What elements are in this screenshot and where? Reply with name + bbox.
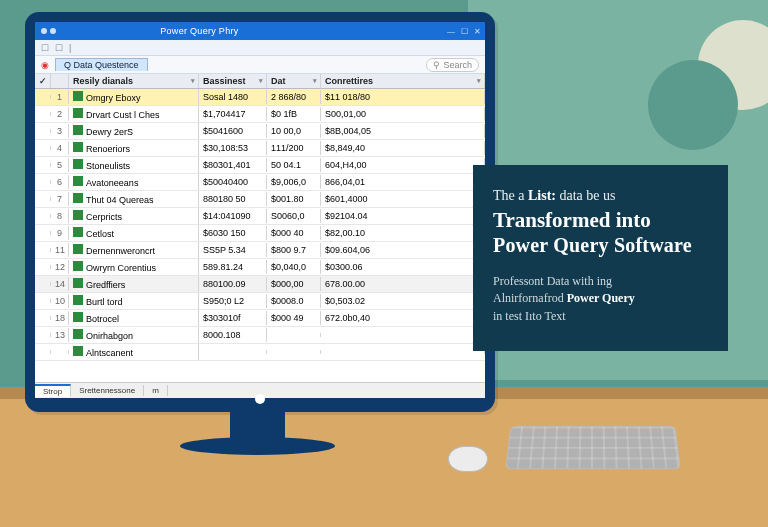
cell-name: Cerpricts bbox=[69, 208, 199, 224]
table-row[interactable]: 13Onirhabgon8000.108 bbox=[35, 327, 485, 344]
cell-b: $0,040,0 bbox=[267, 260, 321, 274]
chevron-down-icon[interactable]: ▾ bbox=[259, 77, 263, 85]
table-row[interactable]: 8Cerpricts$14:041090S0060,0$92104.04 bbox=[35, 208, 485, 225]
monitor: Power Query Phry — ☐ ✕ ☐ ☐ | ◉ Q Data Qu… bbox=[25, 12, 495, 412]
cell-b: $0008.0 bbox=[267, 294, 321, 308]
cell-b: $0 1fB bbox=[267, 107, 321, 121]
row-number: 14 bbox=[51, 277, 69, 291]
table-row[interactable]: 3Dewry 2erS$504160010 00,0$8B,004,05 bbox=[35, 123, 485, 140]
sheet-tab[interactable]: Strop bbox=[35, 384, 71, 397]
table-icon bbox=[73, 227, 83, 237]
toolbar: ☐ ☐ | bbox=[35, 40, 485, 56]
keyboard bbox=[505, 426, 680, 469]
table-icon bbox=[73, 159, 83, 169]
table-row[interactable]: 7Thut 04 Quereas880180 50$001.80$601,400… bbox=[35, 191, 485, 208]
cell-a: $50040400 bbox=[199, 175, 267, 189]
cell-name: Alntscanent bbox=[69, 344, 199, 360]
chevron-down-icon[interactable]: ▾ bbox=[477, 77, 481, 85]
cell-name: Renoeriors bbox=[69, 140, 199, 156]
window-title: Power Query Phry bbox=[160, 26, 238, 36]
chevron-down-icon[interactable]: ▾ bbox=[313, 77, 317, 85]
cell-c: 604,H4,00 bbox=[321, 158, 485, 172]
table-row[interactable]: 4Renoeriors$30,108:53111/200$8,849,40 bbox=[35, 140, 485, 157]
cell-c: $601,4000 bbox=[321, 192, 485, 206]
cell-name: Dernennweroncrt bbox=[69, 242, 199, 258]
cell-c: $8B,004,05 bbox=[321, 124, 485, 138]
table-row[interactable]: 14Gredffiers880100.09$000,00678.00.00 bbox=[35, 276, 485, 293]
search-input[interactable]: ⚲ Search bbox=[426, 58, 479, 72]
cell-name: Avatoneeans bbox=[69, 174, 199, 190]
table-icon bbox=[73, 278, 83, 288]
col-name[interactable]: Resily dianals▾ bbox=[69, 74, 199, 88]
row-number: 8 bbox=[51, 209, 69, 223]
cell-name: Burtl tord bbox=[69, 293, 199, 309]
cell-a: S950;0 L2 bbox=[199, 294, 267, 308]
table-icon bbox=[73, 295, 83, 305]
cell-a: $6030 150 bbox=[199, 226, 267, 240]
table-icon bbox=[73, 244, 83, 254]
col-select[interactable]: ✓ bbox=[35, 74, 51, 88]
cell-b: 111/200 bbox=[267, 141, 321, 155]
search-icon: ⚲ bbox=[433, 60, 440, 70]
promo-card: The a List: data be us Transformed into … bbox=[473, 165, 728, 351]
cell-name: Gredffiers bbox=[69, 276, 199, 292]
chevron-down-icon[interactable]: ▾ bbox=[191, 77, 195, 85]
cell-a: 8000.108 bbox=[199, 328, 267, 342]
col-b[interactable]: Dat▾ bbox=[267, 74, 321, 88]
card-title-1: Transformed into bbox=[493, 208, 708, 233]
table-row[interactable]: 1Omgry EboxySosal 14802 868/80$11 018/80 bbox=[35, 89, 485, 106]
cell-name: Botrocel bbox=[69, 310, 199, 326]
table-row[interactable]: 18Botrocel$303010f$000 49672.0b0,40 bbox=[35, 310, 485, 327]
cell-name: Owryrn Corentius bbox=[69, 259, 199, 275]
table-icon bbox=[73, 346, 83, 356]
table-row[interactable]: 6Avatoneeans$50040400$9,006,0866,04,01 bbox=[35, 174, 485, 191]
cell-b: $9,006,0 bbox=[267, 175, 321, 189]
col-c[interactable]: Conrettires▾ bbox=[321, 74, 485, 88]
row-number: 1 bbox=[51, 90, 69, 104]
cell-c: $82,00.10 bbox=[321, 226, 485, 240]
minimize-icon[interactable]: — bbox=[447, 27, 455, 36]
home-icon[interactable]: ◉ bbox=[41, 60, 49, 70]
maximize-icon[interactable]: ☐ bbox=[461, 27, 468, 36]
app-window: Power Query Phry — ☐ ✕ ☐ ☐ | ◉ Q Data Qu… bbox=[35, 22, 485, 398]
table-row[interactable]: 12Owryrn Corentius589.81.24$0,040,0$0300… bbox=[35, 259, 485, 276]
row-number: 11 bbox=[51, 243, 69, 257]
cell-b: $001.80 bbox=[267, 192, 321, 206]
cell-name: Drvart Cust l Ches bbox=[69, 106, 199, 122]
table-row[interactable]: 10Burtl tordS950;0 L2$0008.0$0,503.02 bbox=[35, 293, 485, 310]
sheet-tab[interactable]: Srettennessone bbox=[71, 385, 144, 396]
table-icon bbox=[73, 193, 83, 203]
cell-c: S00,01,00 bbox=[321, 107, 485, 121]
cell-a: Sosal 1480 bbox=[199, 90, 267, 104]
cell-b: $000 40 bbox=[267, 226, 321, 240]
cell-a: SS5P 5.34 bbox=[199, 243, 267, 257]
sheet-tab[interactable]: m bbox=[144, 385, 168, 396]
close-icon[interactable]: ✕ bbox=[474, 27, 481, 36]
cell-c: $0300.06 bbox=[321, 260, 485, 274]
cell-a: $1,704417 bbox=[199, 107, 267, 121]
tab-data-query[interactable]: Q Data Questence bbox=[55, 58, 148, 71]
cell-name: Omgry Eboxy bbox=[69, 89, 199, 105]
cell-b: 50 04.1 bbox=[267, 158, 321, 172]
cell-c: 678.00.00 bbox=[321, 277, 485, 291]
cell-b: 2 868/80 bbox=[267, 90, 321, 104]
table-row[interactable]: 2Drvart Cust l Ches$1,704417$0 1fBS00,01… bbox=[35, 106, 485, 123]
cell-c bbox=[321, 350, 485, 354]
window-controls[interactable]: — ☐ ✕ bbox=[447, 27, 481, 36]
table-row[interactable]: 5Stoneulists$80301,40150 04.1604,H4,00 bbox=[35, 157, 485, 174]
table-row[interactable]: 9Cetlost$6030 150$000 40$82,00.10 bbox=[35, 225, 485, 242]
table-row[interactable]: Alntscanent bbox=[35, 344, 485, 361]
cell-c: $09.604,06 bbox=[321, 243, 485, 257]
cell-b: $000,00 bbox=[267, 277, 321, 291]
table-icon bbox=[73, 312, 83, 322]
cell-c: $0,503.02 bbox=[321, 294, 485, 308]
table-icon bbox=[73, 108, 83, 118]
nav-back-icon[interactable]: ☐ bbox=[41, 43, 49, 53]
cell-a: $14:041090 bbox=[199, 209, 267, 223]
card-title-2: Power Query Software bbox=[493, 233, 708, 257]
nav-fwd-icon[interactable]: ☐ bbox=[55, 43, 63, 53]
tab-label: Q Data Questence bbox=[64, 60, 139, 70]
table-row[interactable]: 11DernennweroncrtSS5P 5.34$800 9.7$09.60… bbox=[35, 242, 485, 259]
col-a[interactable]: Bassinest▾ bbox=[199, 74, 267, 88]
cell-a: $80301,401 bbox=[199, 158, 267, 172]
